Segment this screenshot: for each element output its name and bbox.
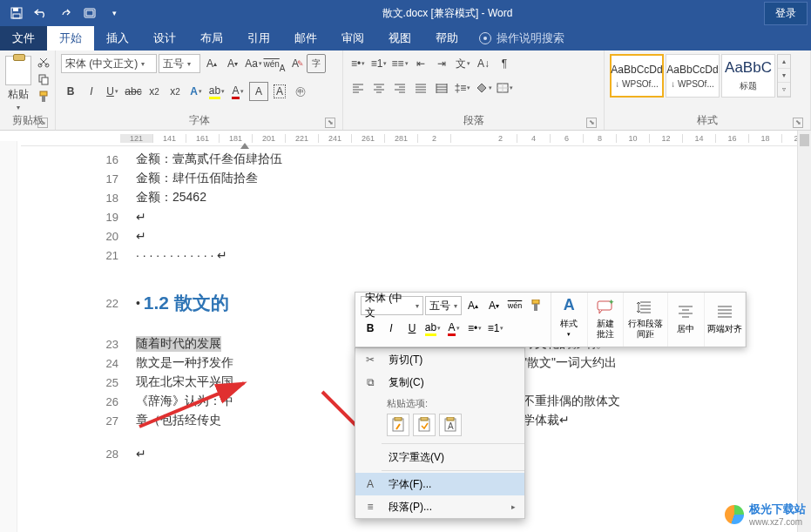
copy-icon[interactable] — [35, 71, 52, 87]
increase-indent-icon[interactable]: ⇥ — [432, 54, 451, 73]
redo-icon[interactable] — [54, 3, 77, 24]
mini-font-size[interactable]: 五号▾ — [425, 296, 462, 315]
heading-text: 1.2 散文的 — [144, 291, 229, 315]
char-shading-icon[interactable]: A — [249, 82, 268, 101]
paragraph-launcher-icon[interactable]: ⬊ — [586, 118, 597, 128]
ctx-paragraph[interactable]: ≡段落(P)...▸ — [355, 495, 524, 518]
font-name-combo[interactable]: 宋体 (中文正文)▾ — [61, 54, 157, 73]
text-direction-icon[interactable]: 文▾ — [453, 54, 472, 73]
mini-font-color-icon[interactable]: A▾ — [444, 319, 463, 338]
paste-button[interactable]: 粘贴 ▾ — [5, 54, 31, 111]
align-left-icon[interactable] — [348, 78, 368, 98]
vertical-scrollbar[interactable] — [797, 131, 811, 532]
font-color-icon[interactable]: A▾ — [228, 82, 247, 101]
undo-icon[interactable] — [30, 3, 52, 24]
line-spacing-icon[interactable]: ‡≡▾ — [453, 78, 472, 98]
justify-icon[interactable] — [411, 78, 430, 98]
mini-italic-icon[interactable]: I — [382, 319, 401, 338]
mini-font-name[interactable]: 宋体 (中文▾ — [361, 296, 423, 315]
save-icon[interactable] — [5, 3, 28, 24]
paste-text-only-icon[interactable]: A — [439, 414, 462, 436]
mini-highlight-icon[interactable]: ab▾ — [423, 319, 443, 338]
align-center-icon[interactable] — [369, 78, 389, 98]
shading-icon[interactable]: ▾ — [474, 78, 493, 98]
font-launcher-icon[interactable]: ⬊ — [325, 118, 335, 128]
format-painter-icon[interactable] — [35, 89, 52, 104]
window-title: 散文.docx [兼容模式] - Word — [131, 6, 764, 21]
style-heading[interactable]: AaBbC标题 — [721, 54, 775, 98]
phonetic-guide-icon[interactable]: wénA — [265, 54, 284, 73]
text-effects-icon[interactable]: A▾ — [186, 82, 206, 101]
italic-icon[interactable]: I — [82, 82, 101, 101]
ctx-cut[interactable]: ✂剪切(T) — [355, 348, 524, 371]
styles-gallery-scroll[interactable]: ▴▾▿ — [777, 54, 791, 98]
grow-font-icon[interactable]: A▴ — [202, 54, 221, 73]
mini-line-spacing-button[interactable]: 行和段落间距 — [624, 293, 668, 347]
mini-bullets-icon[interactable]: ≡•▾ — [465, 319, 484, 338]
paste-keep-source-icon[interactable] — [387, 414, 409, 436]
tab-review[interactable]: 审阅 — [329, 26, 376, 51]
align-right-icon[interactable] — [390, 78, 409, 98]
sort-icon[interactable]: A↓ — [474, 54, 493, 73]
decrease-indent-icon[interactable]: ⇤ — [411, 54, 430, 73]
svg-text:✦: ✦ — [608, 300, 614, 306]
scrollbar-thumb[interactable] — [800, 134, 809, 146]
group-styles-label: 样式 — [697, 114, 718, 126]
tab-design[interactable]: 设计 — [141, 26, 188, 51]
group-font-label: 字体 — [189, 114, 210, 126]
font-size-combo[interactable]: 五号▾ — [159, 54, 200, 73]
mini-shrink-font-icon[interactable]: A▾ — [484, 296, 503, 315]
tab-home[interactable]: 开始 — [47, 26, 94, 51]
mini-format-painter-icon[interactable] — [526, 296, 545, 315]
char-border-icon[interactable]: A — [270, 82, 289, 101]
bullets-icon[interactable]: ≡•▾ — [348, 54, 368, 73]
mini-center-button[interactable]: 居中 — [668, 293, 705, 347]
indent-marker-icon[interactable] — [240, 143, 249, 149]
shrink-font-icon[interactable]: A▾ — [223, 54, 242, 73]
mini-grow-font-icon[interactable]: A▴ — [463, 296, 483, 315]
circle-char-icon[interactable]: ㊥ — [291, 82, 310, 101]
tab-mailings[interactable]: 邮件 — [282, 26, 329, 51]
strikethrough-icon[interactable]: abc — [124, 82, 143, 101]
mini-underline-icon[interactable]: U — [402, 319, 422, 338]
tell-me[interactable]: 操作说明搜索 — [470, 26, 573, 51]
tab-help[interactable]: 帮助 — [423, 26, 470, 51]
mini-justify-button[interactable]: 两端对齐 — [705, 293, 746, 347]
cut-icon[interactable] — [35, 54, 52, 70]
multilevel-list-icon[interactable]: ≡≡▾ — [390, 54, 409, 73]
highlight-icon[interactable]: ab▾ — [207, 82, 226, 101]
underline-icon[interactable]: U▾ — [103, 82, 122, 101]
styles-launcher-icon[interactable]: ⬊ — [793, 118, 803, 128]
ctx-font[interactable]: A字体(F)... — [355, 473, 524, 495]
numbering-icon[interactable]: ≡1▾ — [369, 54, 389, 73]
tab-layout[interactable]: 布局 — [188, 26, 235, 51]
mini-numbering-icon[interactable]: ≡1▾ — [486, 319, 505, 338]
horizontal-ruler[interactable]: 1211411611812012212412612812246810121416… — [21, 131, 797, 146]
qat-customize-icon[interactable]: ▾ — [103, 3, 125, 24]
show-marks-icon[interactable]: ¶ — [495, 54, 514, 73]
distributed-icon[interactable] — [432, 78, 451, 98]
tab-insert[interactable]: 插入 — [94, 26, 141, 51]
tab-view[interactable]: 视图 — [376, 26, 423, 51]
mini-bold-icon[interactable]: B — [361, 319, 380, 338]
style-wpsof-2[interactable]: AaBbCcDd↓ WPSOf... — [666, 54, 720, 98]
enclose-characters-icon[interactable]: 字 — [307, 54, 326, 73]
subscript-icon[interactable]: x2 — [145, 82, 164, 101]
clipboard-launcher-icon[interactable]: ⬊ — [37, 118, 48, 128]
clear-formatting-icon[interactable]: A✎ — [286, 54, 305, 73]
login-button[interactable]: 登录 — [764, 2, 808, 25]
change-case-icon[interactable]: Aa▾ — [244, 54, 263, 73]
touch-mode-icon[interactable] — [78, 3, 101, 24]
paste-merge-icon[interactable] — [413, 414, 436, 436]
tab-references[interactable]: 引用 — [235, 26, 282, 51]
mini-phonetic-icon[interactable]: wén — [505, 296, 524, 315]
tab-file[interactable]: 文件 — [0, 26, 47, 51]
borders-icon[interactable]: ▾ — [495, 78, 514, 98]
mini-styles-button[interactable]: A样式▾ — [551, 293, 588, 347]
style-wpsof-1[interactable]: AaBbCcDd↓ WPSOf... — [610, 54, 664, 98]
ctx-hanzi-reselect[interactable]: 汉字重选(V) — [355, 446, 524, 468]
superscript-icon[interactable]: x2 — [166, 82, 185, 101]
bold-icon[interactable]: B — [61, 82, 80, 101]
ctx-copy[interactable]: ⧉复制(C) — [355, 371, 524, 394]
mini-new-comment-button[interactable]: ✦新建批注 — [588, 293, 625, 347]
